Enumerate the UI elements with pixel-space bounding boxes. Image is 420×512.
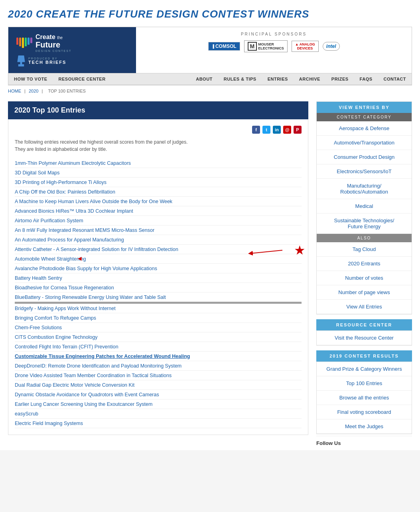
list-item: Battery Health Sentry: [15, 273, 302, 283]
list-item: A Chip Off the Old Box: Painless Defibri…: [15, 187, 302, 197]
entry-link[interactable]: Bringing Comfort To Refugee Camps: [15, 315, 96, 321]
facebook-icon[interactable]: f: [252, 126, 260, 134]
entry-list-below: Bridgefy - Making Apps Work Without Inte…: [15, 302, 302, 428]
sidebar-visit-resource-center[interactable]: Visit the Resource Center: [317, 331, 412, 345]
sidebar-item-electronics[interactable]: Electronics/Sensors/IoT: [317, 164, 412, 179]
logo-create: Create the: [35, 34, 71, 41]
entry-link[interactable]: Drone Video Assisted Team Member Coordin…: [15, 373, 172, 378]
list-item: CITS Combustion Engine Technology: [15, 332, 302, 342]
sidebar-item-2020-entrants[interactable]: 2020 Entrants: [317, 257, 412, 271]
entry-link[interactable]: Chem-Free Solutions: [15, 325, 62, 330]
logo-future: Future: [35, 41, 71, 49]
list-item: Bringing Comfort To Refugee Camps: [15, 313, 302, 323]
sidebar-item-aerospace[interactable]: Aerospace & Defense: [317, 121, 412, 136]
sidebar-item-number-votes[interactable]: Number of votes: [317, 271, 412, 285]
sidebar-item-manufacturing[interactable]: Manufacturing/ Robotics/Automation: [317, 179, 412, 199]
nav-how-to-vote[interactable]: HOW TO VOTE: [8, 73, 53, 85]
list-item: 3D Digital Soil Maps: [15, 168, 302, 178]
nav-faqs[interactable]: FAQS: [354, 73, 378, 85]
twitter-icon[interactable]: t: [262, 126, 270, 134]
sidebar: VIEW ENTRIES BY CONTEST CATEGORY Aerospa…: [316, 101, 412, 450]
nav-resource-center[interactable]: RESOURCE CENTER: [53, 73, 111, 85]
nav-right-group: ABOUT RULES & TIPS ENTRIES ARCHIVE PRIZE…: [190, 73, 412, 85]
entry-link[interactable]: 3D Printing of High-Performance Ti Alloy…: [15, 180, 106, 185]
entry-link[interactable]: An Automated Process for Apparel Manufac…: [15, 237, 124, 243]
entry-link[interactable]: Airtomo Air Purification System: [15, 218, 83, 223]
entry-link[interactable]: 1mm-Thin Polymer Aluminum Electrolytic C…: [15, 160, 131, 166]
list-item: BlueBattery - Storing Renewable Energy U…: [15, 293, 302, 302]
entry-link[interactable]: 3D Digital Soil Maps: [15, 170, 60, 176]
entry-link-automobile[interactable]: Automobile Wheel Straightening: [15, 256, 86, 262]
entry-link[interactable]: Bioadhesive for Cornea Tissue Regenerati…: [15, 285, 114, 291]
list-item: A Machine to Keep Human Livers Alive Out…: [15, 197, 302, 206]
sidebar-view-entries-title: VIEW ENTRIES BY: [317, 102, 412, 113]
list-item: Dual Radial Gap Electric Motor Vehicle C…: [15, 380, 302, 390]
nav-rules-tips[interactable]: RULES & TIPS: [218, 73, 262, 85]
entry-link[interactable]: DeepDroneID: Remote Drone Identification…: [15, 363, 181, 369]
sidebar-item-automotive[interactable]: Automotive/Transportation: [317, 136, 412, 150]
sidebar-contest-results-block: Grand Prize & Category Winners Top 100 E…: [316, 362, 412, 434]
breadcrumb: HOME | 2020 | TOP 100 ENTRIES: [8, 85, 412, 97]
entry-link[interactable]: A Machine to Keep Human Livers Alive Out…: [15, 199, 172, 204]
linkedin-icon[interactable]: in: [273, 126, 281, 134]
breadcrumb-home[interactable]: HOME: [8, 89, 21, 93]
sidebar-item-tag-cloud[interactable]: Tag Cloud: [317, 242, 412, 257]
sidebar-item-number-views[interactable]: Number of page views: [317, 285, 412, 300]
pinterest-icon[interactable]: P: [294, 126, 302, 134]
sidebar-item-view-all-entries[interactable]: View All Entries: [317, 300, 412, 314]
entry-link[interactable]: Controlled Flight Into Terrain (CFIT) Pr…: [15, 344, 118, 350]
sidebar-grand-prize-winners[interactable]: Grand Prize & Category Winners: [317, 362, 412, 376]
entry-link[interactable]: Avalanche Photodiode Bias Supply for Hig…: [15, 266, 157, 271]
list-item: Automobile Wheel Straightening ◄: [15, 254, 302, 264]
sidebar-resource-block: Visit the Resource Center: [316, 330, 412, 346]
social-icons-bar: f t in @ P: [15, 126, 302, 134]
sidebar-contest-results-title: 2019 CONTEST RESULTS: [316, 350, 412, 362]
entry-link[interactable]: Advanced Bionics HiRes™ Ultra 3D Cochlea…: [15, 208, 133, 214]
analog-devices-logo: ▲ ANALOG DEVICES: [292, 41, 319, 52]
sidebar-meet-judges[interactable]: Meet the Judges: [317, 419, 412, 434]
nav-archive[interactable]: ARCHIVE: [294, 73, 326, 85]
entry-link[interactable]: A Chip Off the Old Box: Painless Defibri…: [15, 189, 115, 195]
nav-about[interactable]: ABOUT: [190, 73, 218, 85]
tech-briefs-logo: TECH BRIEFS: [28, 60, 66, 65]
sponsors-grid: ▐ COMSOL M MOUSERELECTRONICS ▲ ANALOG DE…: [144, 40, 404, 52]
entry-link-attentiv[interactable]: Attentiv Catheter - A Sensor-integrated …: [15, 247, 178, 252]
intel-logo: intel: [323, 42, 340, 51]
sponsors-area: PRINCIPAL SPONSORS ▐ COMSOL M MOUSERELEC…: [136, 27, 412, 73]
entry-link[interactable]: Battery Health Sentry: [15, 275, 62, 281]
sidebar-final-voting-scoreboard[interactable]: Final voting scoreboard: [317, 405, 412, 419]
list-item: Drone Video Assisted Team Member Coordin…: [15, 371, 302, 380]
entry-link[interactable]: BlueBattery - Storing Renewable Energy U…: [15, 295, 166, 300]
breadcrumb-sep1: |: [24, 89, 26, 93]
sidebar-item-sustainable[interactable]: Sustainable Technologies/ Future Energy: [317, 213, 412, 234]
entry-link[interactable]: Earlier Lung Cancer Screening Using the …: [15, 401, 152, 407]
list-item: Bridgefy - Making Apps Work Without Inte…: [15, 304, 302, 313]
sidebar-item-medical[interactable]: Medical: [317, 199, 412, 213]
entry-link-customizable[interactable]: Customizable Tissue Engineering Patches …: [15, 354, 190, 359]
nav-entries[interactable]: ENTRIES: [262, 73, 294, 85]
nav-prizes[interactable]: PRIZES: [326, 73, 354, 85]
list-item: Controlled Flight Into Terrain (CFIT) Pr…: [15, 342, 302, 352]
logo-design-contest: DESIGN CONTEST: [35, 49, 71, 52]
sidebar-top-100-entries[interactable]: Top 100 Entries: [317, 376, 412, 391]
sidebar-browse-entries[interactable]: Browse all the entries: [317, 391, 412, 405]
page-title: 2020 CREATE THE FUTURE DESIGN CONTEST WI…: [8, 8, 412, 20]
entry-link[interactable]: Bridgefy - Making Apps Work Without Inte…: [15, 306, 116, 311]
nav-contact[interactable]: CONTACT: [378, 73, 412, 85]
entry-link[interactable]: Dual Radial Gap Electric Motor Vehicle C…: [15, 382, 134, 388]
list-item: 3D Printing of High-Performance Ti Alloy…: [15, 178, 302, 187]
entry-link[interactable]: Dynamic Obstacle Avoidance for Quadrotor…: [15, 392, 159, 397]
entry-link[interactable]: An 8 mW Fully Integrated Resonant MEMS M…: [15, 227, 154, 233]
entry-link[interactable]: easyScrub: [15, 411, 38, 417]
entry-link[interactable]: Electric Field Imaging Systems: [15, 421, 83, 426]
breadcrumb-year[interactable]: 2020: [29, 89, 38, 93]
entry-link[interactable]: CITS Combustion Engine Technology: [15, 334, 98, 340]
logo-rays-icon: [16, 38, 32, 48]
arrow-pointer: ◄: [77, 255, 83, 262]
sidebar-item-consumer[interactable]: Consumer Product Design: [317, 150, 412, 164]
sponsors-title: PRINCIPAL SPONSORS: [144, 32, 404, 36]
email-icon[interactable]: @: [283, 126, 291, 134]
sidebar-categories-block: VIEW ENTRIES BY CONTEST CATEGORY Aerospa…: [316, 101, 412, 314]
list-item: Customizable Tissue Engineering Patches …: [15, 352, 302, 361]
comsol-logo: ▐ COMSOL: [208, 42, 240, 51]
